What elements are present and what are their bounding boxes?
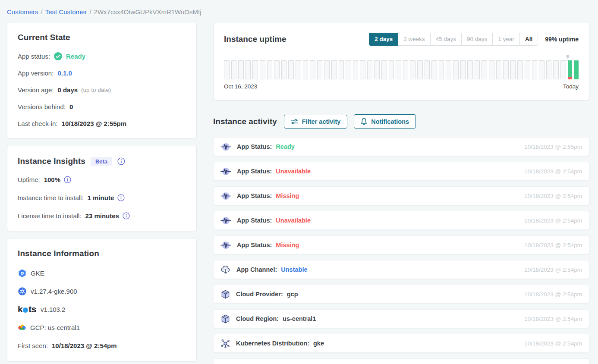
uptime-bar[interactable] [245,60,251,79]
uptime-bar[interactable] [281,60,287,79]
uptime-bar[interactable] [389,60,394,79]
uptime-bar[interactable] [517,60,523,79]
uptime-bar[interactable] [560,60,566,79]
activity-row-timestamp: 10/18/2023 @ 2:54pm [524,340,582,347]
uptime-bar[interactable] [446,60,451,79]
chart-hover-marker [567,55,570,61]
pulse-icon [220,142,231,152]
uptime-info-icon[interactable] [64,176,71,183]
uptime-bar[interactable] [303,60,308,79]
notifications-button[interactable]: Notifications [354,114,416,129]
uptime-bar[interactable] [568,60,573,79]
uptime-bar[interactable] [525,60,530,79]
license-install-info-icon[interactable] [123,212,130,220]
k8s-version-row: v1.27.4-gke.900 [18,286,186,296]
uptime-title: Instance uptime [224,35,286,44]
uptime-bar[interactable] [510,60,516,79]
uptime-bar[interactable] [260,60,265,79]
gcp-region-row: GCP: us-central1 [18,322,186,333]
uptime-bar[interactable] [539,60,544,79]
beta-badge: Beta [91,157,112,166]
activity-row[interactable]: App Status: Missing 10/18/2023 @ 2:54pm [213,186,589,205]
activity-row[interactable]: App Status: Ready 10/18/2023 @ 2:55pm [213,137,589,156]
range-all-button[interactable]: All [519,33,538,46]
uptime-bar[interactable] [324,60,330,79]
uptime-bar[interactable] [467,60,473,79]
activity-row-label: App Status: [237,143,272,150]
uptime-insight-row: Uptime: 100% [18,175,186,184]
activity-row-label: App Status: [237,192,272,199]
uptime-bar[interactable] [403,60,409,79]
uptime-bar[interactable] [475,60,480,79]
uptime-bar[interactable] [238,60,244,79]
breadcrumb-customers-link[interactable]: Customers [7,8,38,16]
uptime-bar[interactable] [274,60,280,79]
instance-install-info-icon[interactable] [117,194,125,201]
uptime-bar[interactable] [296,60,301,79]
uptime-bar[interactable] [231,60,237,79]
current-state-title: Current State [18,33,186,42]
range-2-weeks-button[interactable]: 2 weeks [398,33,431,46]
activity-row[interactable]: App Channel: Unstable 10/18/2023 @ 2:54p… [213,260,589,279]
activity-row-value: gcp [287,291,298,298]
uptime-bar[interactable] [224,60,230,79]
uptime-bars [224,60,579,79]
activity-row-timestamp: 10/18/2023 @ 2:54pm [524,291,582,298]
uptime-bar[interactable] [267,60,273,79]
kubernetes-icon [18,287,27,296]
uptime-bar[interactable] [460,60,466,79]
uptime-bar[interactable] [532,60,538,79]
instance-insights-title: Instance Insights [18,157,85,166]
uptime-bar[interactable] [431,60,437,79]
uptime-bar[interactable] [496,60,502,79]
distribution-row: GKE [18,268,186,278]
uptime-bar[interactable] [574,60,579,79]
instance-insights-card: Instance Insights Beta Uptime: 100% Inst… [7,146,197,231]
uptime-bar[interactable] [546,60,552,79]
bell-icon [361,118,367,125]
uptime-bar[interactable] [381,60,387,79]
activity-row[interactable]: App Status: Unavailable 10/18/2023 @ 2:5… [213,211,589,230]
uptime-bar[interactable] [374,60,380,79]
activity-row-value: Ready [276,143,295,150]
filter-activity-button[interactable]: Filter activity [284,115,347,129]
uptime-bar[interactable] [396,60,401,79]
uptime-bar[interactable] [553,60,559,79]
activity-row[interactable]: Cloud Region: us-central1 10/18/2023 @ 2… [213,309,589,328]
uptime-bar[interactable] [353,60,359,79]
activity-row-timestamp: 10/18/2023 @ 2:54pm [524,242,582,248]
activity-row[interactable]: Cloud Provider: gcp 10/18/2023 @ 2:54pm [213,285,589,304]
uptime-bar[interactable] [410,60,415,79]
range-2-days-button[interactable]: 2 days [369,33,398,46]
uptime-bar[interactable] [346,60,351,79]
uptime-bar[interactable] [339,60,344,79]
uptime-bar[interactable] [317,60,323,79]
range-90-days-button[interactable]: 90 days [461,33,493,46]
uptime-bar[interactable] [453,60,459,79]
uptime-bar[interactable] [417,60,423,79]
uptime-bar[interactable] [367,60,373,79]
range-1-year-button[interactable]: 1 year [492,33,520,46]
uptime-percentage: 99% uptime [545,36,579,43]
uptime-bar[interactable] [360,60,365,79]
uptime-insight-value: 100% [44,176,60,183]
insights-info-icon[interactable] [117,157,125,165]
uptime-bar[interactable] [439,60,444,79]
breadcrumb-test-customer-link[interactable]: Test Customer [45,8,87,16]
uptime-bar[interactable] [331,60,337,79]
range-45-days-button[interactable]: 45 days [430,33,462,46]
gcp-region-value: GCP: us-central1 [30,324,80,331]
uptime-bar[interactable] [482,60,487,79]
uptime-bar[interactable] [489,60,494,79]
uptime-bar[interactable] [503,60,509,79]
uptime-bar[interactable] [310,60,315,79]
uptime-bar[interactable] [425,60,430,79]
app-version-link[interactable]: 0.1.0 [57,69,72,77]
uptime-bar[interactable] [252,60,258,79]
activity-row[interactable]: Kubernetes Distribution: gke 10/18/2023 … [213,334,589,353]
uptime-bar[interactable] [288,60,294,79]
activity-row[interactable]: App Status: Unavailable 10/18/2023 @ 2:5… [213,162,589,181]
activity-row[interactable]: App Status: Missing 10/18/2023 @ 2:54pm [213,235,589,254]
instance-information-title: Instance Information [18,249,186,258]
activity-row-timestamp: 10/18/2023 @ 2:54pm [524,316,582,322]
